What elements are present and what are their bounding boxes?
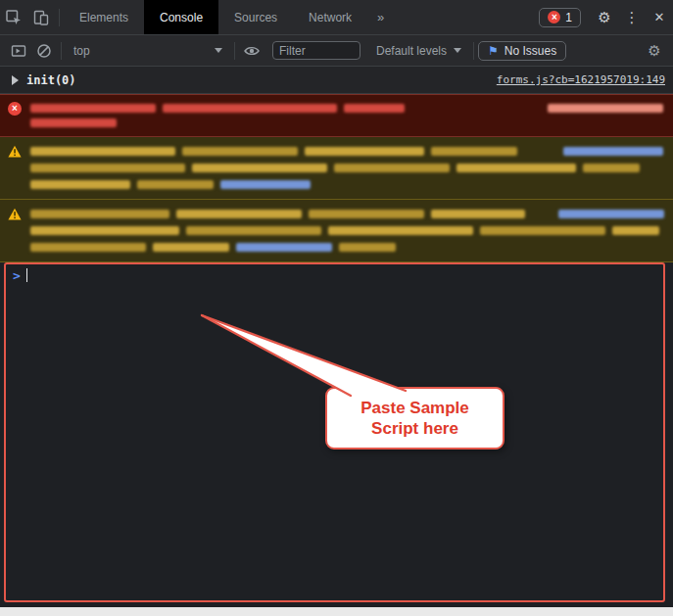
tab-console[interactable]: Console: [144, 0, 218, 34]
device-toolbar-glyph: [32, 9, 50, 26]
redacted-text: [334, 164, 450, 172]
redacted-text: [182, 147, 298, 156]
console-warning-message[interactable]: [0, 137, 673, 200]
tab-sources-label: Sources: [234, 11, 277, 24]
redacted-source-link: [563, 147, 663, 156]
redacted-text: [153, 243, 229, 252]
console-toolbar: top Default levels ⚑ No Issues ⚙: [0, 35, 673, 67]
redacted-text: [30, 147, 175, 156]
redacted-warning-text: [30, 206, 666, 256]
redacted-line: [30, 143, 665, 160]
warning-triangle-glyph: [8, 208, 22, 220]
console-input[interactable]: >: [0, 262, 673, 607]
context-selector[interactable]: top: [66, 44, 230, 58]
redacted-text: [480, 226, 605, 235]
redacted-text: [457, 164, 576, 172]
redacted-warning-text: [30, 143, 665, 193]
clear-console-glyph: [35, 42, 53, 60]
warning-icon: [8, 144, 22, 193]
devtools-tabbar: Elements Console Sources Network » × 1 ⚙…: [0, 0, 673, 35]
redacted-source-link: [236, 243, 332, 252]
expand-triangle-icon[interactable]: [12, 75, 19, 85]
redacted-source-link: [548, 104, 663, 113]
redacted-text: [431, 210, 525, 218]
console-error-message[interactable]: ×: [0, 94, 673, 137]
console-sidebar-icon[interactable]: [6, 38, 31, 64]
tab-network[interactable]: Network: [293, 0, 367, 34]
more-tabs-icon[interactable]: »: [367, 0, 394, 34]
tabbar-spacer: [394, 0, 539, 34]
redacted-text: [431, 147, 517, 156]
tab-network-label: Network: [309, 11, 352, 24]
log-levels-label: Default levels: [376, 44, 447, 58]
redacted-text: [30, 104, 156, 113]
close-icon[interactable]: ✕: [646, 0, 673, 34]
redacted-text: [583, 164, 640, 172]
chevron-down-icon: [454, 48, 461, 53]
source-link[interactable]: forms.js?cb=1621957019:149: [497, 73, 665, 86]
clear-console-icon[interactable]: [31, 38, 57, 64]
redacted-text: [30, 180, 130, 189]
divider: [234, 42, 235, 60]
redacted-text: [192, 164, 327, 172]
kebab-menu-icon[interactable]: ⋮: [618, 0, 646, 34]
tab-console-label: Console: [160, 11, 203, 24]
tab-sources[interactable]: Sources: [218, 0, 293, 34]
error-icon: ×: [8, 102, 22, 116]
inspect-element-icon[interactable]: [0, 0, 27, 34]
console-prompt-icon: >: [13, 268, 21, 284]
error-count-badge[interactable]: × 1: [539, 8, 581, 27]
redacted-source-link: [558, 210, 664, 218]
error-circle-icon: ×: [548, 11, 560, 24]
error-count-label: 1: [565, 11, 572, 24]
no-issues-badge[interactable]: ⚑ No Issues: [478, 41, 566, 61]
redacted-text: [309, 210, 424, 218]
tab-elements-label: Elements: [79, 11, 128, 24]
redacted-text: [186, 226, 321, 235]
divider: [473, 42, 474, 60]
console-sidebar-glyph: [10, 42, 27, 60]
console-messages: init(0) forms.js?cb=1621957019:149 ×: [0, 67, 673, 607]
tab-elements[interactable]: Elements: [64, 0, 144, 34]
redacted-line: [30, 116, 665, 130]
redacted-line: [30, 206, 666, 222]
redacted-text: [30, 210, 169, 218]
divider: [61, 42, 62, 60]
redacted-source-link: [220, 180, 311, 189]
warning-triangle-glyph: [8, 145, 22, 158]
inspect-element-glyph: [5, 9, 23, 26]
console-group-row[interactable]: init(0) forms.js?cb=1621957019:149: [0, 67, 673, 94]
page-background-strip: [0, 607, 673, 616]
no-issues-label: No Issues: [505, 44, 556, 58]
console-warning-message[interactable]: [0, 200, 673, 262]
redacted-text: [163, 104, 337, 113]
redacted-text: [30, 226, 179, 235]
redacted-text: [30, 118, 117, 127]
redacted-line: [30, 101, 665, 116]
console-settings-gear-icon[interactable]: ⚙: [642, 38, 667, 64]
redacted-line: [30, 160, 665, 176]
log-levels-dropdown[interactable]: Default levels: [368, 44, 469, 58]
eye-glyph: [243, 42, 261, 60]
filter-input[interactable]: [272, 41, 361, 60]
context-selector-value: top: [73, 44, 90, 58]
redacted-text: [612, 226, 659, 235]
redacted-text: [305, 147, 424, 156]
redacted-line: [30, 176, 665, 193]
redacted-text: [30, 164, 185, 172]
redacted-line: [30, 239, 666, 256]
redacted-text: [137, 180, 214, 189]
console-group-label: init(0): [26, 73, 76, 87]
warning-icon: [8, 207, 22, 256]
devtools-window: Elements Console Sources Network » × 1 ⚙…: [0, 0, 673, 616]
redacted-text: [30, 243, 146, 252]
settings-gear-icon[interactable]: ⚙: [591, 0, 618, 34]
redacted-text: [339, 243, 396, 252]
redacted-line: [30, 222, 666, 239]
redacted-text: [344, 104, 405, 113]
eye-icon[interactable]: [239, 38, 264, 64]
text-cursor: [26, 268, 27, 282]
device-toolbar-icon[interactable]: [27, 0, 55, 34]
divider: [59, 9, 60, 26]
issues-flag-icon: ⚑: [488, 44, 499, 58]
